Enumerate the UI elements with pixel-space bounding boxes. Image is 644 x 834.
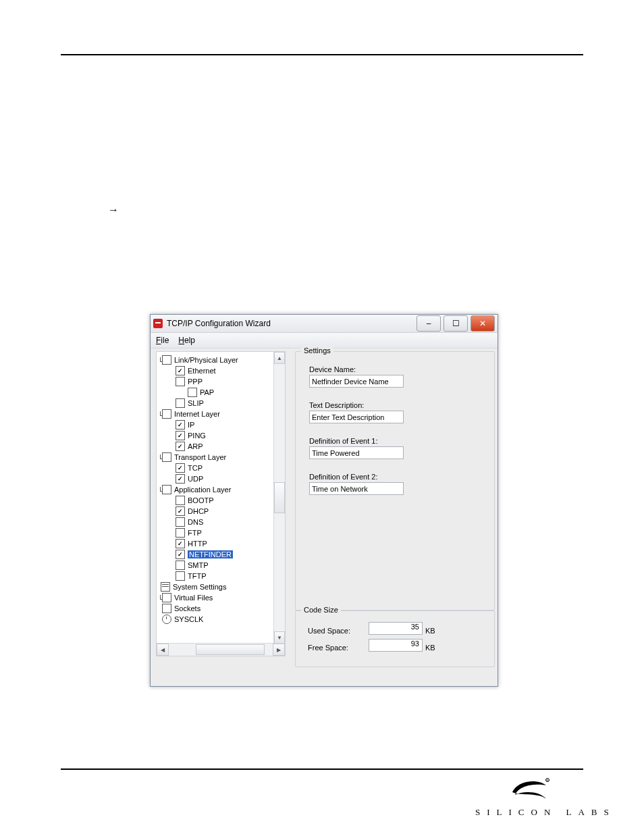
used-space-unit: KB [425, 627, 435, 635]
used-space-value: 35 [369, 622, 423, 635]
window-title: TCP/IP Configuration Wizard [167, 319, 414, 328]
event2-label: Definition of Event 2: [309, 473, 487, 481]
tree-label: Sockets [174, 604, 200, 613]
device-name-input[interactable] [309, 375, 404, 388]
tree-header-link-physical[interactable]: Link/Physical Layer [161, 355, 284, 365]
tree-label: Internet Layer [174, 410, 220, 418]
tree-item-smtp[interactable]: SMTP [161, 560, 284, 571]
list-icon [161, 582, 170, 592]
tree-label: UDP [188, 475, 203, 483]
tree-item-netfinder[interactable]: ✓NETFINDER [161, 549, 284, 560]
tree-item-arp[interactable]: ✓ARP [161, 441, 284, 452]
layer-icon [162, 452, 171, 462]
scroll-down-icon[interactable]: ▼ [274, 631, 285, 644]
tree-label: SMTP [188, 561, 209, 569]
minimize-button[interactable]: – [417, 315, 441, 332]
tree-item-pap[interactable]: PAP [161, 387, 284, 398]
tree-item-ethernet[interactable]: ✓Ethernet [161, 365, 284, 376]
clock-icon [162, 615, 171, 624]
checkbox-unchecked-icon[interactable] [176, 496, 185, 505]
tree-view[interactable]: Link/Physical Layer ✓Ethernet PPP PAP SL… [157, 352, 285, 645]
checkbox-unchecked-icon[interactable] [176, 517, 185, 527]
checkbox-checked-icon[interactable]: ✓ [176, 539, 185, 548]
logo-text: SILICON LABS [475, 807, 583, 818]
app-icon [153, 319, 163, 328]
checkbox-checked-icon[interactable]: ✓ [176, 431, 185, 440]
tree-hscrollbar[interactable]: ◀ ▶ [157, 643, 285, 656]
tree-item-sysclk[interactable]: SYSCLK [161, 614, 284, 625]
free-space-value: 93 [369, 639, 423, 652]
arrow-glyph: → [108, 204, 119, 216]
svg-text:R: R [547, 779, 549, 782]
tree-item-ppp[interactable]: PPP [161, 376, 284, 387]
tree-item-dhcp[interactable]: ✓DHCP [161, 506, 284, 517]
tree-label: Application Layer [174, 486, 231, 494]
free-space-label: Free Space: [308, 644, 369, 652]
wizard-screenshot: TCP/IP Configuration Wizard – ☐ ✕ File H… [150, 314, 497, 685]
checkbox-checked-icon[interactable]: ✓ [176, 420, 185, 429]
close-button[interactable]: ✕ [471, 315, 495, 332]
titlebar[interactable]: TCP/IP Configuration Wizard – ☐ ✕ [151, 315, 498, 333]
bottom-rule [61, 768, 583, 770]
text-description-label: Text Description: [309, 401, 487, 409]
checkbox-unchecked-icon[interactable] [176, 377, 185, 386]
tree-label: HTTP [188, 540, 207, 548]
checkbox-unchecked-icon[interactable] [176, 571, 185, 581]
tree-item-ftp[interactable]: FTP [161, 527, 284, 538]
free-space-unit: KB [425, 644, 435, 652]
tree-item-tcp[interactable]: ✓TCP [161, 463, 284, 473]
tree-item-virtual-files[interactable]: Virtual Files [161, 592, 284, 603]
maximize-button[interactable]: ☐ [444, 315, 468, 332]
menu-file[interactable]: File [156, 336, 169, 345]
tree-label: Transport Layer [174, 453, 226, 461]
silicon-labs-logo: R SILICON LABS [475, 776, 583, 827]
layer-icon [162, 593, 171, 602]
tree-label: SLIP [188, 399, 204, 407]
tree-item-tftp[interactable]: TFTP [161, 571, 284, 581]
code-size-group: Code Size Used Space: 35 KB Free Space: … [295, 610, 495, 667]
checkbox-unchecked-icon[interactable] [188, 388, 197, 397]
logo-mark-icon: R [508, 776, 550, 803]
checkbox-checked-icon[interactable]: ✓ [176, 442, 185, 451]
tree-item-bootp[interactable]: BOOTP [161, 495, 284, 506]
tree-label-selected: NETFINDER [188, 550, 233, 558]
tree-label: Link/Physical Layer [174, 356, 238, 364]
menu-help[interactable]: Help [178, 336, 195, 345]
checkbox-checked-icon[interactable]: ✓ [176, 474, 185, 484]
tree-header-internet[interactable]: Internet Layer [161, 409, 284, 419]
tree-label: DHCP [188, 507, 209, 515]
tree-panel: Link/Physical Layer ✓Ethernet PPP PAP SL… [156, 351, 286, 656]
checkbox-checked-icon[interactable]: ✓ [176, 506, 185, 516]
text-description-input[interactable] [309, 411, 404, 423]
tree-item-ip[interactable]: ✓IP [161, 419, 284, 430]
settings-legend: Settings [301, 346, 333, 355]
checkbox-unchecked-icon[interactable] [176, 398, 185, 408]
tree-vscrollbar[interactable]: ▲ ▼ [273, 352, 285, 644]
tree-header-transport[interactable]: Transport Layer [161, 452, 284, 463]
hscroll-thumb[interactable] [196, 644, 265, 655]
tree-item-sockets[interactable]: Sockets [161, 603, 284, 614]
tree-header-system-settings[interactable]: System Settings [161, 581, 284, 592]
tree-item-slip[interactable]: SLIP [161, 398, 284, 409]
tree-item-dns[interactable]: DNS [161, 517, 284, 527]
vscroll-thumb[interactable] [274, 482, 285, 513]
tree-label: DNS [188, 518, 203, 526]
checkbox-unchecked-icon[interactable] [176, 561, 185, 570]
checkbox-checked-icon[interactable]: ✓ [176, 366, 185, 375]
checkbox-checked-icon[interactable]: ✓ [176, 463, 185, 473]
tree-item-http[interactable]: ✓HTTP [161, 538, 284, 549]
tree-item-ping[interactable]: ✓PING [161, 430, 284, 441]
checkbox-unchecked-icon[interactable] [176, 528, 185, 538]
tree-label: Ethernet [188, 367, 216, 375]
checkbox-checked-icon[interactable]: ✓ [176, 550, 185, 559]
event2-input[interactable] [309, 482, 404, 495]
tree-item-udp[interactable]: ✓UDP [161, 473, 284, 484]
tree-label: IP [188, 421, 194, 429]
device-name-label: Device Name: [309, 365, 487, 373]
tree-header-application[interactable]: Application Layer [161, 484, 284, 495]
event1-input[interactable] [309, 446, 404, 459]
scroll-right-icon[interactable]: ▶ [273, 644, 285, 656]
tree-label: PING [188, 432, 206, 440]
scroll-up-icon[interactable]: ▲ [274, 352, 285, 364]
scroll-left-icon[interactable]: ◀ [157, 644, 169, 656]
